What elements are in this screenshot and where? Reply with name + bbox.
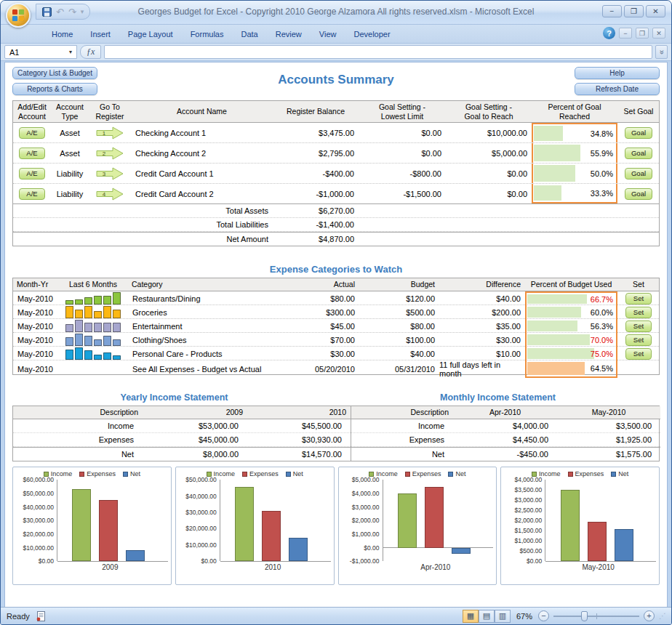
sparkline-bar	[84, 323, 92, 332]
sparkline-bar	[103, 296, 111, 305]
page-layout-view-button[interactable]: ▤	[479, 610, 495, 623]
tab-view[interactable]: View	[311, 27, 345, 41]
resize-grip[interactable]: ⋰	[659, 612, 667, 620]
chart-bar-expenses	[262, 511, 281, 561]
column-header: Goal Setting - Lowest Limit	[359, 101, 446, 122]
zoom-slider-thumb[interactable]	[581, 611, 588, 621]
sparkline-bar	[113, 339, 121, 346]
account-row: A/EAsset1Checking Account 1$3,475.00$0.0…	[13, 123, 659, 143]
tab-review[interactable]: Review	[267, 27, 311, 41]
monthly-income-title: Monthly Income Statement	[336, 392, 660, 403]
last-6-months-sparkline	[65, 305, 121, 319]
expense-row: May-2010Restaurants/Dining$80.00$120.00$…	[13, 291, 659, 305]
goto-register-cell: 2	[89, 143, 131, 163]
income-row-label: Net	[351, 450, 453, 459]
register-balance: -$400.00	[273, 164, 359, 183]
tab-formulas[interactable]: Formulas	[182, 27, 233, 41]
macro-record-icon[interactable]	[36, 611, 47, 621]
workbook-minimize-button[interactable]: −	[619, 28, 632, 39]
legend-marker	[242, 472, 247, 477]
go-to-register-arrow[interactable]: 2	[96, 147, 124, 160]
help-button[interactable]: Help	[575, 67, 660, 79]
expenses-table: Month-Yr Last 6 Months Category Actual B…	[12, 278, 660, 375]
help-icon[interactable]: ?	[603, 27, 615, 39]
legend-label: Expenses	[87, 470, 116, 477]
chart-plot-area: $4,000.00$3,500.00$3,000.00$2,500.00$2,0…	[504, 480, 656, 561]
workbook-restore-button[interactable]: ❐	[636, 28, 649, 39]
income-value: $1,925.00	[557, 435, 660, 444]
zoom-level[interactable]: 67%	[516, 612, 532, 621]
bar-chart[interactable]: IncomeExpensesNet$50,000.00$40,000.00$30…	[175, 467, 335, 585]
tab-home[interactable]: Home	[43, 27, 81, 41]
goal-button[interactable]: Goal	[625, 127, 652, 139]
zoom-in-button[interactable]: +	[644, 610, 655, 621]
column-header: Category	[128, 278, 287, 291]
page-break-view-button[interactable]: ▥	[495, 610, 511, 623]
go-to-register-arrow[interactable]: 1	[96, 126, 124, 140]
tab-page-layout[interactable]: Page Layout	[119, 27, 182, 41]
go-to-register-arrow[interactable]: 4	[96, 188, 124, 201]
bar-chart[interactable]: IncomeExpensesNet$4,000.00$3,500.00$3,00…	[500, 467, 660, 585]
income-row-label: Expenses	[13, 435, 143, 444]
goal-button[interactable]: Goal	[625, 168, 652, 180]
go-to-register-arrow[interactable]: 3	[96, 167, 124, 180]
name-box-dropdown-icon[interactable]: ▾	[69, 49, 72, 55]
goal-button[interactable]: Goal	[625, 188, 652, 200]
account-name: Checking Account 2	[131, 143, 273, 163]
bar-chart[interactable]: IncomeExpensesNet$60,000.00$50,000.00$40…	[12, 467, 172, 585]
tab-developer[interactable]: Developer	[345, 27, 399, 41]
sparkline-bar	[75, 299, 83, 305]
worksheet: Category List & Budget Reports & Charts …	[4, 62, 668, 607]
set-button[interactable]: Set	[625, 320, 652, 332]
expense-row: May-2010Clothing/Shoes$70.00$100.00$30.0…	[13, 333, 659, 347]
chart-bar-income	[561, 490, 580, 561]
add-edit-button[interactable]: A/E	[19, 148, 45, 159]
formula-input[interactable]	[104, 45, 652, 59]
expense-difference: $200.00	[439, 305, 525, 319]
set-button[interactable]: Set	[625, 334, 652, 346]
budget-progress-bar	[527, 320, 577, 331]
sparkline-bar	[113, 292, 121, 305]
zoom-out-button[interactable]: −	[538, 610, 549, 621]
close-button[interactable]: ✕	[646, 5, 665, 17]
expense-difference: $10.00	[439, 347, 525, 360]
refresh-date-button[interactable]: Refresh Date	[575, 83, 660, 95]
sparkline-bar	[103, 352, 111, 360]
name-box[interactable]: A1 ▾	[4, 45, 77, 59]
totals-label: Total Assets	[131, 206, 273, 215]
percent-of-budget-value: 75.0%	[591, 350, 613, 358]
expand-formula-bar-button[interactable]: «	[655, 45, 668, 59]
chart-bar-net	[615, 529, 633, 561]
set-cell: Set	[617, 347, 660, 360]
bar-chart[interactable]: IncomeExpensesNet$5,000.00$4,000.00$3,00…	[338, 467, 497, 585]
set-button[interactable]: Set	[625, 307, 652, 318]
y-axis-tick: $2,000.00	[352, 517, 380, 524]
office-button[interactable]	[6, 3, 31, 28]
register-balance: $3,475.00	[273, 123, 359, 142]
restore-button[interactable]: ❐	[624, 5, 644, 17]
normal-view-button[interactable]: ▦	[463, 610, 479, 623]
tab-insert[interactable]: Insert	[81, 27, 119, 41]
goto-register-cell: 4	[89, 184, 131, 203]
tab-data[interactable]: Data	[232, 27, 266, 41]
add-edit-button[interactable]: A/E	[19, 127, 45, 139]
insert-function-button[interactable]: ƒx	[80, 45, 101, 59]
sparkline-bar	[113, 310, 121, 318]
svg-text:3: 3	[103, 171, 106, 177]
add-edit-button[interactable]: A/E	[19, 188, 45, 200]
minimize-button[interactable]: −	[602, 5, 622, 17]
set-button[interactable]: Set	[625, 293, 652, 305]
workbook-close-button[interactable]: ✕	[652, 28, 665, 39]
set-button[interactable]: Set	[625, 348, 652, 360]
goal-button[interactable]: Goal	[625, 148, 652, 159]
add-edit-button[interactable]: A/E	[19, 168, 45, 180]
sparkline-bar	[84, 350, 92, 360]
sparkline-cell	[58, 319, 128, 333]
account-row: A/ELiability4Credit Card Account 2-$1,00…	[13, 184, 659, 204]
zoom-slider[interactable]	[553, 611, 639, 621]
legend-marker	[286, 472, 291, 477]
percent-of-goal-value: 34.8%	[591, 129, 613, 138]
income-value: $45,500.00	[247, 422, 351, 430]
expense-budget: $500.00	[359, 305, 439, 319]
y-axis-tick: $0.00	[364, 544, 379, 552]
